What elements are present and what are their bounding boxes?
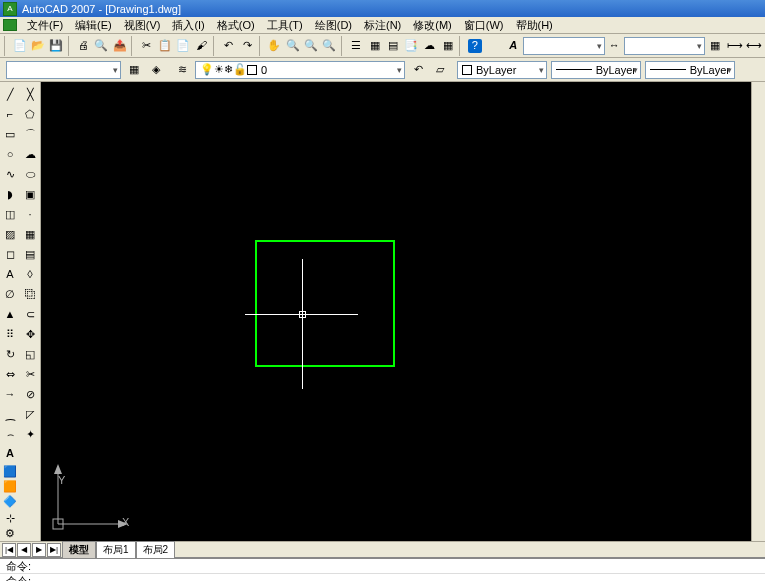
vertical-scrollbar[interactable] [751, 82, 765, 541]
rotate-tool[interactable]: ↻ [1, 345, 19, 363]
save-button[interactable]: 💾 [47, 37, 64, 55]
ellipse-tool[interactable]: ⬭ [21, 165, 39, 183]
menu-dim[interactable]: 标注(N) [358, 18, 407, 33]
gradient-tool[interactable]: ▦ [21, 225, 39, 243]
light-tool[interactable]: ⚙ [1, 527, 19, 540]
ucs-tool[interactable]: ⊹ [1, 512, 19, 525]
pline-tool[interactable]: ⌐ [1, 105, 19, 123]
chamfer-tool[interactable]: ◸ [21, 405, 39, 423]
offset-tool[interactable]: ⊂ [21, 305, 39, 323]
layer-dropdown[interactable]: 💡☀❄🔓 0 [195, 61, 405, 79]
ellipse-arc-tool[interactable]: ◗ [1, 185, 19, 203]
redo-button[interactable]: ↷ [239, 37, 256, 55]
scale-tool[interactable]: ◱ [21, 345, 39, 363]
move-tool[interactable]: ✥ [21, 325, 39, 343]
insert-block-tool[interactable]: ▣ [21, 185, 39, 203]
text-style-button[interactable]: A [505, 37, 522, 55]
mtext-tool-2[interactable]: A [1, 447, 19, 460]
menu-modify[interactable]: 修改(M) [407, 18, 458, 33]
make-block-tool[interactable]: ◫ [1, 205, 19, 223]
menu-file[interactable]: 文件(F) [21, 18, 69, 33]
plot-preview-button[interactable]: 🔍 [93, 37, 110, 55]
break-tool[interactable]: ⊘ [21, 385, 39, 403]
polygon-tool[interactable]: ⬠ [21, 105, 39, 123]
tab-nav-first[interactable]: |◀ [2, 543, 16, 557]
markup-button[interactable]: ☁ [421, 37, 438, 55]
layer-filter-dropdown[interactable] [6, 61, 121, 79]
zoom-prev-button[interactable]: 🔍 [321, 37, 338, 55]
tab-nav-prev[interactable]: ◀ [17, 543, 31, 557]
layer-props-button[interactable]: ▦ [125, 61, 143, 79]
undo-button[interactable]: ↶ [220, 37, 237, 55]
layer-manager-button[interactable]: ≋ [173, 61, 191, 79]
table-tool[interactable]: ▤ [21, 245, 39, 263]
calc-button[interactable]: ▦ [439, 37, 456, 55]
sheet-set-button[interactable]: 📑 [403, 37, 420, 55]
menu-view[interactable]: 视图(V) [118, 18, 167, 33]
extend-tool[interactable]: → [1, 385, 19, 403]
line-tool[interactable]: ╱ [1, 85, 19, 103]
copy-button[interactable]: 📋 [157, 37, 174, 55]
spline-tool[interactable]: ∿ [1, 165, 19, 183]
tab-layout2[interactable]: 布局2 [136, 541, 176, 558]
menu-insert[interactable]: 插入(I) [166, 18, 210, 33]
menu-window[interactable]: 窗口(W) [458, 18, 510, 33]
3d-nav-tool[interactable]: 🔷 [1, 495, 19, 508]
xline-tool[interactable]: ╳ [21, 85, 39, 103]
dim-style-dropdown[interactable] [624, 37, 706, 55]
tool-palettes-button[interactable]: ▤ [384, 37, 401, 55]
drawing-canvas[interactable]: Y X [41, 82, 765, 541]
layer-prev-button[interactable]: ↶ [409, 61, 427, 79]
tab-model[interactable]: 模型 [62, 541, 96, 558]
tab-nav-last[interactable]: ▶| [47, 543, 61, 557]
mirror-tool[interactable]: ▲ [1, 305, 19, 323]
join-tool[interactable]: ⁔ [1, 405, 19, 423]
layer-states-button[interactable]: ◈ [147, 61, 165, 79]
pan-button[interactable]: ✋ [266, 37, 283, 55]
tab-layout1[interactable]: 布局1 [96, 541, 136, 558]
linetype-dropdown[interactable]: ByLayer [551, 61, 641, 79]
match-button[interactable]: 🖌 [193, 37, 210, 55]
toolbar-grip[interactable] [4, 36, 8, 56]
dim-style-button[interactable]: ↔ [606, 37, 623, 55]
dim-more-button[interactable]: ⟷ [745, 37, 763, 55]
tab-nav-next[interactable]: ▶ [32, 543, 46, 557]
cut-button[interactable]: ✂ [138, 37, 155, 55]
menu-draw[interactable]: 绘图(D) [309, 18, 358, 33]
menu-tools[interactable]: 工具(T) [261, 18, 309, 33]
text-style-dropdown[interactable] [523, 37, 605, 55]
layer-match-button[interactable]: ▱ [431, 61, 449, 79]
region-tool[interactable]: ◻ [1, 245, 19, 263]
mtext-tool[interactable]: A [1, 265, 19, 283]
color-dropdown[interactable]: ByLayer [457, 61, 547, 79]
explode-tool[interactable]: ✦ [21, 425, 39, 443]
help-button[interactable]: ? [466, 37, 483, 55]
fillet-tool[interactable]: ⌢ [1, 425, 19, 443]
print-button[interactable]: 🖨 [75, 37, 92, 55]
design-center-button[interactable]: ▦ [366, 37, 383, 55]
zoom-rt-button[interactable]: 🔍 [284, 37, 301, 55]
lineweight-dropdown[interactable]: ByLayer [645, 61, 735, 79]
menu-help[interactable]: 帮助(H) [510, 18, 559, 33]
hatch-tool[interactable]: ▨ [1, 225, 19, 243]
stretch-tool[interactable]: ⇔ [1, 365, 19, 383]
menu-edit[interactable]: 编辑(E) [69, 18, 118, 33]
rectangle-tool[interactable]: ▭ [1, 125, 19, 143]
revcloud-tool[interactable]: ☁ [21, 145, 39, 163]
properties-button[interactable]: ☰ [348, 37, 365, 55]
command-input-line[interactable]: 命令: [0, 574, 765, 581]
render-tool[interactable]: 🟦 [1, 465, 19, 478]
menu-format[interactable]: 格式(O) [211, 18, 261, 33]
dim-linear-button[interactable]: ⟼ [726, 37, 744, 55]
array-tool[interactable]: ⠿ [1, 325, 19, 343]
point-tool[interactable]: · [21, 205, 39, 223]
zoom-window-button[interactable]: 🔍 [302, 37, 319, 55]
new-button[interactable]: 📄 [11, 37, 28, 55]
paste-button[interactable]: 📄 [175, 37, 192, 55]
copy-obj-tool[interactable]: ⿻ [21, 285, 39, 303]
open-button[interactable]: 📂 [29, 37, 46, 55]
trim-tool[interactable]: ✂ [21, 365, 39, 383]
table-style-button[interactable]: ▦ [706, 37, 723, 55]
wipeout-tool[interactable]: ◊ [21, 265, 39, 283]
arc-tool[interactable]: ⌒ [21, 125, 39, 143]
